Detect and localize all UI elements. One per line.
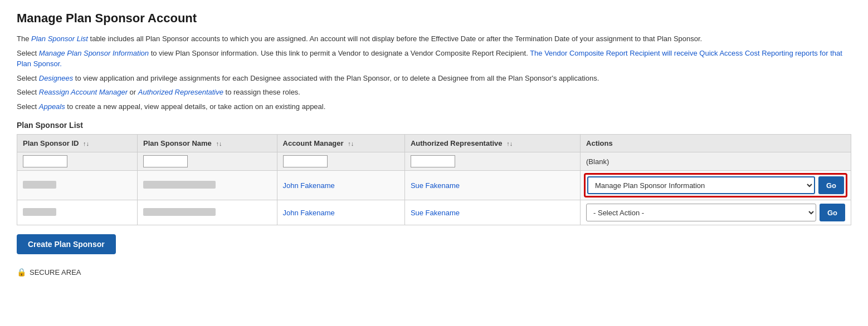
cell-plan-sponsor-name-1 — [137, 171, 277, 200]
table-header-row: Plan Sponsor ID ↑↓ Plan Sponsor Name ↑↓ … — [17, 135, 851, 152]
reassign-account-manager-link[interactable]: Reassign Account Manager — [39, 88, 128, 96]
page-title: Manage Plan Sponsor Account — [17, 11, 851, 26]
action-container-2: - Select Action - Manage Plan Sponsor In… — [586, 204, 845, 221]
authorized-rep-link[interactable]: Authorized Representative — [138, 88, 223, 96]
authorized-rep-link-2[interactable]: Sue Fakename — [411, 209, 460, 217]
filter-plan-sponsor-id-cell — [17, 152, 138, 171]
filter-account-manager-input[interactable] — [283, 155, 328, 167]
table-row: John Fakename Sue Fakename - Select Acti… — [17, 200, 851, 225]
col-plan-sponsor-id: Plan Sponsor ID ↑↓ — [17, 135, 138, 152]
action-select-1[interactable]: Manage Plan Sponsor Information Designee… — [587, 176, 815, 194]
plan-sponsor-id-bar-2 — [23, 208, 56, 216]
col-actions: Actions — [581, 135, 851, 152]
description-1: The Plan Sponsor List table includes all… — [17, 33, 851, 45]
cell-authorized-rep-1: Sue Fakename — [404, 171, 580, 200]
description-2: Select Manage Plan Sponsor Information t… — [17, 48, 851, 70]
filter-actions-cell: (Blank) — [581, 152, 851, 171]
col-account-manager: Account Manager ↑↓ — [277, 135, 404, 152]
description-4: Select Reassign Account Manager or Autho… — [17, 87, 851, 98]
col-plan-sponsor-name: Plan Sponsor Name ↑↓ — [137, 135, 277, 152]
filter-plan-sponsor-name-cell — [137, 152, 277, 171]
cell-plan-sponsor-id-1 — [17, 171, 138, 200]
cell-plan-sponsor-name-2 — [137, 200, 277, 225]
cell-account-manager-1: John Fakename — [277, 171, 404, 200]
plan-sponsor-table: Plan Sponsor ID ↑↓ Plan Sponsor Name ↑↓ … — [17, 134, 851, 225]
sort-icon-plan-sponsor-name[interactable]: ↑↓ — [216, 140, 222, 147]
filter-row: (Blank) — [17, 152, 851, 171]
account-manager-link-1[interactable]: John Fakename — [283, 181, 335, 190]
plan-sponsor-list-link[interactable]: Plan Sponsor List — [31, 34, 88, 43]
description-3: Select Designees to view application and… — [17, 73, 851, 84]
plan-sponsor-name-bar-2 — [143, 208, 216, 216]
section-title: Plan Sponsor List — [17, 121, 851, 130]
cell-actions-1: Manage Plan Sponsor Information Designee… — [581, 171, 851, 200]
manage-plan-sponsor-info-link[interactable]: Manage Plan Sponsor Information — [39, 49, 149, 57]
filter-account-manager-cell — [277, 152, 404, 171]
lock-icon: 🔒 — [17, 268, 26, 276]
plan-sponsor-name-bar-1 — [143, 181, 216, 189]
authorized-rep-link-1[interactable]: Sue Fakename — [411, 181, 460, 190]
sort-icon-plan-sponsor-id[interactable]: ↑↓ — [83, 140, 89, 147]
go-button-2[interactable]: Go — [820, 204, 845, 221]
appeals-link[interactable]: Appeals — [39, 102, 65, 111]
filter-plan-sponsor-name-input[interactable] — [143, 155, 188, 167]
designees-link[interactable]: Designees — [39, 74, 73, 82]
filter-plan-sponsor-id-input[interactable] — [23, 155, 67, 167]
action-select-2[interactable]: - Select Action - Manage Plan Sponsor In… — [586, 204, 816, 221]
secure-area-label: SECURE AREA — [30, 268, 81, 276]
table-row: John Fakename Sue Fakename Manage Plan S… — [17, 171, 851, 200]
go-button-1[interactable]: Go — [818, 176, 844, 194]
plan-sponsor-id-bar-1 — [23, 181, 56, 189]
cell-account-manager-2: John Fakename — [277, 200, 404, 225]
highlighted-action-container: Manage Plan Sponsor Information Designee… — [584, 173, 847, 197]
cell-authorized-rep-2: Sue Fakename — [404, 200, 580, 225]
cell-plan-sponsor-id-2 — [17, 200, 138, 225]
cell-actions-2: - Select Action - Manage Plan Sponsor In… — [581, 200, 851, 225]
filter-authorized-rep-cell — [404, 152, 580, 171]
col-authorized-rep: Authorized Representative ↑↓ — [404, 135, 580, 152]
secure-area: 🔒 SECURE AREA — [17, 268, 851, 276]
account-manager-link-2[interactable]: John Fakename — [283, 209, 335, 217]
sort-icon-authorized-rep[interactable]: ↑↓ — [506, 140, 513, 147]
sort-icon-account-manager[interactable]: ↑↓ — [348, 140, 354, 147]
create-plan-sponsor-button[interactable]: Create Plan Sponsor — [17, 234, 116, 254]
filter-authorized-rep-input[interactable] — [411, 155, 455, 167]
description-5: Select Appeals to create a new appeal, v… — [17, 101, 851, 112]
